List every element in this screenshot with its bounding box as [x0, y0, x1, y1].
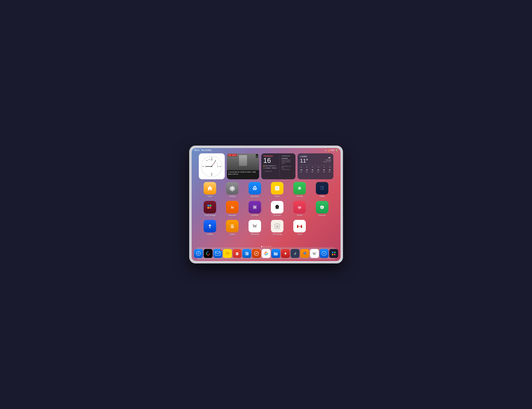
cal-events: Chris Farrell's 37... Liverpool - Newca.…	[263, 165, 278, 173]
app-gmail[interactable]: Gmail	[288, 220, 311, 235]
calendar-widget[interactable]: THURSDAY 16 Chris Farrell's 37... Liverp…	[261, 153, 295, 179]
svg-rect-55	[215, 252, 220, 255]
app-iannotate[interactable]: ia iAnnotate	[221, 201, 244, 216]
app-appstore[interactable]: App Store	[244, 182, 266, 197]
ipad-frame: 09:11 Thu 16 Dec ▲ 🌙 100% 🔋	[189, 145, 343, 264]
scrivener-label: Scrivener	[273, 214, 281, 216]
app-row-2: Cloud storage ia iAnnotate N OneN	[199, 201, 333, 216]
notes-label: Notes	[275, 195, 279, 197]
books-label: Books	[230, 233, 235, 235]
home-icon	[204, 182, 216, 194]
app-wikipedia[interactable]: W Wikipedia	[244, 220, 266, 235]
dock-pdf[interactable]	[281, 249, 290, 258]
dock-dayone[interactable]: d	[291, 249, 300, 258]
weather-condition: Cloudy	[323, 159, 331, 161]
calendar-tomorrow: TOMORROW 2 Events Santa's Grotto Santa's…	[279, 155, 293, 178]
app-findmy[interactable]: Find My	[288, 182, 311, 197]
status-bar: 09:11 Thu 16 Dec ▲ 🌙 100% 🔋	[192, 148, 341, 152]
status-time: 09:11 Thu 16 Dec	[195, 149, 212, 151]
svg-point-24	[299, 188, 300, 189]
omnifocus-badge: 4	[259, 249, 261, 251]
app-scrivener[interactable]: S Scrivener	[266, 201, 288, 216]
forecast-11: 11 ☁ 11°	[306, 166, 308, 173]
page-dot-1[interactable]	[261, 246, 262, 247]
news-widget[interactable]: BBC NEWS N A record day for Covid-19 cas…	[227, 153, 259, 179]
appstore-icon	[248, 182, 261, 194]
svg-text:3: 3	[217, 165, 218, 167]
dock-wikipedia2[interactable]: W	[310, 249, 319, 258]
battery-icon: 🔋	[335, 149, 338, 151]
forecast-14: 14 ☁ 11°	[323, 166, 325, 173]
app-terminology[interactable]: Te Terminology	[266, 220, 288, 235]
ipad-screen: 09:11 Thu 16 Dec ▲ 🌙 100% 🔋	[192, 148, 341, 261]
svg-point-70	[266, 253, 267, 254]
cal-tomorrow-label: TOMORROW	[282, 155, 293, 157]
iannotate-label: iAnnotate	[228, 214, 236, 216]
dock-omnifocus[interactable]: 4	[252, 249, 261, 258]
pocket-icon	[293, 201, 306, 213]
page-dot-2[interactable]	[263, 246, 265, 247]
notes-icon	[271, 182, 284, 194]
app-notes[interactable]: Notes	[266, 182, 288, 197]
bbc-logo: BBC NEWS	[228, 154, 237, 156]
dock-tes[interactable]	[223, 249, 232, 258]
svg-rect-28	[209, 205, 211, 207]
dock-safari2[interactable]	[320, 249, 329, 258]
weather-widget[interactable]: London 11° ☁ Cloudy H:12° L:7° 10 ☁	[298, 153, 333, 179]
forecast-15: 15 ☁ 11°	[329, 166, 331, 173]
app-pocket[interactable]: Pocket	[288, 201, 311, 216]
calendar-today: THURSDAY 16 Chris Farrell's 37... Liverp…	[263, 155, 278, 178]
dock-photos[interactable]	[262, 249, 271, 258]
widgets-area: 12 3 6 9 2 1 11 10	[199, 153, 333, 179]
lookup-icon	[204, 220, 216, 232]
dock-files[interactable]	[271, 249, 280, 258]
app-kindle[interactable]: Kindle	[311, 182, 333, 197]
status-right: ▲ 🌙 100% 🔋	[325, 149, 337, 151]
svg-text:10: 10	[206, 160, 208, 161]
app-cloudstorage[interactable]: Cloud storage	[199, 201, 221, 216]
dock-firefox[interactable]	[300, 249, 309, 258]
svg-rect-29	[207, 207, 209, 209]
wikipedia-label: Wikipedia	[251, 233, 259, 235]
app-empty	[311, 220, 333, 235]
svg-text:6: 6	[211, 173, 212, 175]
mail-badge: 1	[220, 249, 222, 251]
iannotate-icon: ia	[226, 201, 238, 213]
svg-text:Te: Te	[276, 225, 279, 228]
appstore-label: App Store	[251, 195, 259, 197]
app-settings[interactable]: Settings	[221, 182, 244, 197]
dock-bear[interactable]	[233, 249, 242, 258]
svg-rect-27	[207, 205, 209, 207]
terminology-icon: Te	[271, 220, 284, 232]
apps-area: Home Settings App Store	[199, 182, 333, 239]
evernote-icon	[316, 201, 328, 213]
forecast-12: 12 ☁ 11°	[311, 166, 314, 173]
app-evernote[interactable]: Evernote	[311, 201, 333, 216]
app-onenote[interactable]: N OneNote	[244, 201, 266, 216]
app-home[interactable]: Home	[199, 182, 221, 197]
app-lookup[interactable]: LookUp	[199, 220, 221, 235]
page-dot-5[interactable]	[270, 246, 271, 247]
app-row-3: LookUp Books	[199, 220, 333, 235]
svg-text:1: 1	[217, 163, 218, 164]
weather-city: London	[300, 155, 308, 158]
dock-mail[interactable]: 1	[213, 249, 222, 258]
page-dot-4[interactable]	[268, 246, 269, 247]
svg-text:d: d	[294, 252, 296, 255]
app-books[interactable]: Books	[221, 220, 244, 235]
svg-rect-78	[334, 252, 335, 253]
svg-point-34	[321, 207, 321, 208]
page-dot-3[interactable]	[266, 246, 267, 247]
svg-text:9: 9	[205, 165, 206, 167]
dock-goodnotes[interactable]	[242, 249, 251, 258]
dock-multi[interactable]	[329, 249, 338, 258]
svg-point-59	[238, 253, 238, 254]
kindle-label: Kindle	[320, 195, 325, 197]
weather-forecast: 10 ☁ 11° 11 ☁ 11° 12 ☁ 11°	[300, 165, 331, 173]
onenote-label: OneNote	[251, 214, 258, 216]
clock-widget[interactable]: 12 3 6 9 2 1 11 10	[199, 153, 225, 179]
terminology-label: Terminology	[272, 233, 282, 235]
dock-activity[interactable]	[204, 249, 213, 258]
wifi-icon: ▲	[325, 149, 327, 151]
dock-safari[interactable]	[194, 249, 203, 258]
